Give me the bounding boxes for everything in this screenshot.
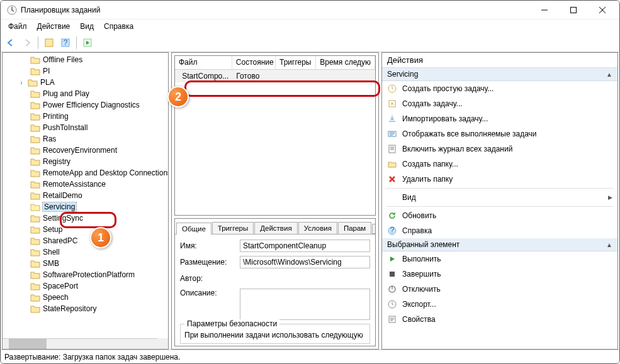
author-label: Автор: [180, 274, 240, 283]
end-icon [387, 269, 397, 279]
action-экспорт-[interactable]: Экспорт... [382, 297, 617, 312]
folder-icon [30, 214, 40, 223]
minimize-button[interactable] [530, 1, 559, 19]
tree-item-spaceport[interactable]: SpacePort [3, 280, 168, 292]
tab-Условия[interactable]: Условия [298, 222, 337, 234]
location-value: \Microsoft\Windows\Servicing [240, 256, 370, 268]
tree-item-pushtoinstall[interactable]: PushToInstall [3, 122, 168, 133]
folder-icon [30, 293, 40, 302]
actions-section-context[interactable]: Servicing ▲ [382, 68, 617, 81]
menu-view[interactable]: Вид [75, 21, 99, 32]
action-свойства[interactable]: Свойства [382, 312, 617, 327]
action-создать-задачу-[interactable]: Создать задачу... [382, 96, 617, 111]
actions-list: Servicing ▲ Создать простую задачу...Соз… [382, 68, 617, 327]
tab-Действия[interactable]: Действия [254, 222, 297, 234]
tree-item-plug-and-play[interactable]: Plug and Play [3, 88, 168, 99]
tree-item-staterepository[interactable]: StateRepository [3, 303, 168, 314]
description-label: Описание: [180, 289, 240, 297]
column-header[interactable]: Триггеры [276, 56, 316, 69]
close-button[interactable] [588, 1, 617, 19]
tab-Триггеры[interactable]: Триггеры [212, 222, 254, 234]
action-завершить[interactable]: Завершить [382, 267, 617, 282]
tree-item-servicing[interactable]: Servicing [3, 201, 168, 212]
menu-file[interactable]: Файл [3, 21, 32, 32]
tree-item-speech[interactable]: Speech [3, 292, 168, 303]
help-toolbar-button[interactable]: ? [58, 35, 73, 50]
tree-item-setup[interactable]: Setup [3, 224, 168, 235]
action-выполнить[interactable]: Выполнить [382, 251, 617, 267]
actions-section-selected[interactable]: Выбранный элемент ▲ [382, 238, 617, 251]
folder-tree[interactable]: Offline FilesPI›PLAPlug and PlayPower Ef… [3, 53, 168, 349]
folder-icon [30, 248, 40, 256]
tree-item-printing[interactable]: Printing [3, 111, 168, 122]
actions-pane: Действия Servicing ▲ Создать простую зад… [381, 52, 618, 350]
action-импортировать-задачу-[interactable]: Импортировать задачу... [382, 111, 617, 126]
folder-icon [30, 101, 40, 109]
tree-item-smb[interactable]: SMB [3, 258, 168, 269]
middle-pane: ФайлСостояниеТриггерыВремя следую StartC… [171, 52, 379, 350]
tree-item-shell[interactable]: Shell [3, 246, 168, 258]
column-header[interactable]: Время следую [316, 56, 375, 69]
column-header[interactable]: Состояние [232, 56, 276, 69]
tab-Общие[interactable]: Общие [176, 223, 211, 234]
task-details: ОбщиеТриггерыДействияУсловияПарам◂▸ Имя:… [174, 218, 376, 346]
run-toolbar-button[interactable] [80, 35, 95, 50]
folder-icon [30, 168, 40, 177]
tree-item-remoteapp-and-desktop-connections[interactable]: RemoteApp and Desktop Connections [3, 167, 168, 179]
tab-Парам[interactable]: Парам [338, 222, 371, 234]
tree-pane: Offline FilesPI›PLAPlug and PlayPower Ef… [2, 52, 169, 350]
action-обновить[interactable]: Обновить [382, 208, 617, 223]
folder-icon [30, 67, 40, 75]
back-button[interactable] [3, 35, 18, 50]
column-header[interactable]: Файл [175, 56, 232, 69]
tree-item-softwareprotectionplatform[interactable]: SoftwareProtectionPlatform [3, 269, 168, 280]
action-удалить-папку[interactable]: Удалить папку [382, 172, 617, 187]
task-list[interactable]: ФайлСостояниеТриггерыВремя следую StartC… [174, 55, 376, 216]
folder-icon [30, 123, 40, 132]
folder-icon [30, 157, 40, 166]
folder-icon [30, 112, 40, 121]
location-label: Размещение: [180, 258, 240, 267]
scroll-corner [157, 338, 168, 349]
run-icon [387, 254, 397, 264]
name-value[interactable]: StartComponentCleanup [240, 240, 370, 252]
export-icon [387, 299, 397, 309]
folder-icon [30, 55, 40, 64]
newfolder-icon [387, 159, 397, 169]
tree-item-remoteassistance[interactable]: RemoteAssistance [3, 179, 168, 190]
window-title: Планировщик заданий [21, 6, 530, 14]
display-icon [387, 129, 397, 139]
security-legend: Параметры безопасности [184, 319, 279, 328]
description-value[interactable] [240, 289, 370, 320]
tree-item-sharedpc[interactable]: SharedPC [3, 235, 168, 246]
tree-item-pi[interactable]: PI [3, 65, 168, 77]
action-вид[interactable]: Вид▶ [382, 190, 617, 205]
menu-help[interactable]: Справка [99, 21, 138, 32]
task-row[interactable]: StartCompo...Готово [175, 70, 375, 82]
refresh-pane-button[interactable] [42, 35, 57, 50]
forward-button[interactable] [20, 35, 35, 50]
folder-icon [28, 78, 38, 87]
tree-item-recoveryenvironment[interactable]: RecoveryEnvironment [3, 145, 168, 156]
action-создать-папку-[interactable]: Создать папку... [382, 157, 617, 172]
maximize-button[interactable] [559, 1, 588, 19]
action-справка[interactable]: ?Справка [382, 223, 617, 238]
action-отображать-все-выполняемые-задачи[interactable]: Отображать все выполняемые задачи [382, 126, 617, 141]
action-отключить[interactable]: Отключить [382, 282, 617, 297]
tree-item-ras[interactable]: Ras [3, 133, 168, 145]
tree-item-offline-files[interactable]: Offline Files [3, 54, 168, 65]
action-включить-журнал-всех-заданий[interactable]: Включить журнал всех заданий [382, 141, 617, 157]
tree-item-registry[interactable]: Registry [3, 156, 168, 167]
svg-rect-2 [45, 39, 53, 47]
svg-text:?: ? [64, 38, 68, 47]
security-groupbox: Параметры безопасности При выполнении за… [180, 324, 370, 344]
action-создать-простую-задачу-[interactable]: Создать простую задачу... [382, 81, 617, 96]
tree-item-settingsync[interactable]: SettingSync [3, 212, 168, 224]
tab-scroll-left[interactable]: ◂ [372, 224, 376, 234]
tree-item-power-efficiency-diagnostics[interactable]: Power Efficiency Diagnostics [3, 99, 168, 111]
status-text: Развертывание: Загрузка папок задач заве… [4, 353, 180, 361]
menu-action[interactable]: Действие [32, 21, 76, 32]
tree-horizontal-scrollbar[interactable] [3, 338, 157, 349]
tree-item-pla[interactable]: ›PLA [3, 77, 168, 88]
tree-item-retaildemo[interactable]: RetailDemo [3, 190, 168, 201]
